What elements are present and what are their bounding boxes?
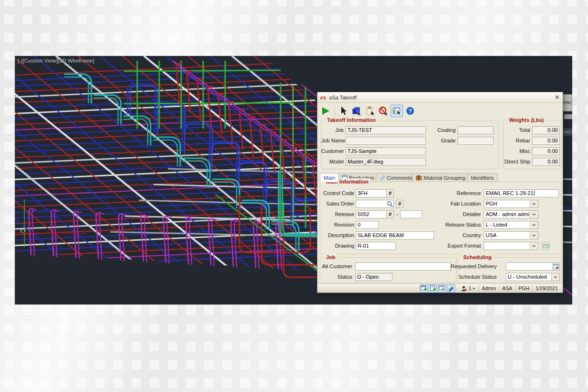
coating-field[interactable] <box>457 126 494 134</box>
statusbar-date: 1/29/2021 <box>532 285 561 292</box>
cursor-icon <box>338 106 348 116</box>
search-icon[interactable] <box>387 201 393 207</box>
tab-material-grouping-label: Material Grouping <box>424 175 465 181</box>
sales-order-number-button[interactable]: # <box>396 200 403 208</box>
window-plus-icon <box>421 285 427 292</box>
dialog-statusbar: 1 ▼ Admin ASA PGH 1/29/2021 <box>317 283 563 293</box>
export-format-label: Export Format <box>441 242 481 250</box>
schedule-status-label: Schedule Status <box>447 273 497 281</box>
note-icon <box>380 175 385 180</box>
copy-takeoff-button[interactable] <box>350 105 363 117</box>
job-name-label: Job Name <box>321 137 344 145</box>
release-label: Release <box>321 210 354 218</box>
control-code-field[interactable]: 3FH <box>356 189 387 197</box>
detailer-value: ADM - admin admin <box>486 211 529 218</box>
customer-field[interactable]: TJS-Sample <box>346 147 426 155</box>
asa-takeoff-dialog: ex aSa Takeoff ✕ <box>317 92 563 293</box>
description-field[interactable]: SLAB EDGE BEAM <box>356 231 434 240</box>
grade-field[interactable] <box>457 137 494 145</box>
books-icon <box>416 175 422 180</box>
reference-field[interactable]: EMAIL REC 1-29-21 <box>484 189 559 197</box>
chevron-down-icon[interactable] <box>530 200 538 207</box>
job-field[interactable]: TJS-TEST <box>346 126 426 134</box>
export-format-combo[interactable] <box>484 242 538 250</box>
release-field[interactable]: 5052 <box>356 210 387 218</box>
run-takeoff-button[interactable] <box>319 105 332 117</box>
select-mode-button[interactable] <box>337 105 349 117</box>
chevron-down-icon[interactable] <box>530 242 538 250</box>
rebar-field: 0.00 <box>532 137 560 145</box>
country-value: USA <box>486 232 529 239</box>
tab-identifiers[interactable]: Identifiers <box>467 173 498 182</box>
help-button[interactable]: ? <box>404 105 416 117</box>
country-label: Country <box>441 231 481 240</box>
job-caption: Job <box>324 254 338 261</box>
model-field[interactable]: Master_4F.dwg <box>346 158 426 166</box>
rebar-label: Rebar <box>503 137 530 145</box>
cancel-takeoff-button[interactable] <box>377 105 390 117</box>
misc-field: 0.00 <box>532 147 560 155</box>
new-page-button[interactable] <box>429 284 437 293</box>
tab-comments[interactable]: Comments <box>376 173 416 182</box>
viewcube-base <box>564 114 572 119</box>
schedule-status-combo[interactable]: U - Unscheduled <box>506 273 560 281</box>
user-count: 1 <box>468 285 471 291</box>
job-name-field[interactable] <box>346 137 426 145</box>
window-arrow-icon <box>439 285 445 292</box>
job-label: Job <box>321 126 344 134</box>
calendar-icon[interactable] <box>553 263 559 270</box>
statusbar-user: Admin <box>479 285 499 292</box>
dialog-title: aSa Takeoff <box>329 95 357 100</box>
release-suffix-field[interactable] <box>400 210 422 218</box>
release-status-label: Release Status <box>441 221 481 229</box>
control-code-label: Control Code <box>321 189 354 197</box>
release-status-value: L - Listed <box>486 221 529 229</box>
reports-button[interactable] <box>447 284 455 293</box>
alt-customer-field[interactable] <box>355 262 451 271</box>
copy-icon <box>351 106 362 116</box>
statusbar-location: PGH <box>515 285 533 292</box>
tab-main[interactable]: Main <box>320 173 339 182</box>
clipboard-icon <box>365 106 375 116</box>
country-combo[interactable]: USA <box>484 231 538 240</box>
weights-caption: Weights (Lbs) <box>507 117 546 123</box>
new-takeoff-window-button[interactable] <box>420 284 428 293</box>
active-users-indicator[interactable]: 1 ▼ <box>461 285 476 292</box>
chevron-down-icon[interactable] <box>530 232 538 239</box>
chevron-down-icon[interactable] <box>530 221 538 229</box>
fab-location-label: Fab Location <box>441 200 481 208</box>
tab-comments-label: Comments <box>387 175 412 181</box>
chevron-down-icon[interactable] <box>530 211 538 218</box>
user-icon <box>461 285 468 292</box>
takeoff-sheet-icon <box>392 106 402 116</box>
detailer-label: Detailer <box>441 210 481 218</box>
total-label: Total <box>503 126 530 134</box>
takeoff-information-caption: Takeoff Information <box>325 117 378 123</box>
revision-label: Revision <box>321 221 354 229</box>
email-export-button[interactable] <box>542 242 550 250</box>
requested-delivery-field[interactable] <box>506 262 560 271</box>
release-number-button[interactable]: # <box>386 210 394 218</box>
revision-field[interactable]: 0 <box>356 221 379 229</box>
release-status-combo[interactable]: L - Listed <box>484 221 538 229</box>
fab-location-combo[interactable]: PGH <box>484 200 538 208</box>
paste-takeoff-button[interactable] <box>364 105 376 117</box>
drawing-field[interactable]: R-01 <box>356 242 396 250</box>
takeoff-sheet-button[interactable] <box>391 105 403 117</box>
viewcube[interactable]: FRO <box>562 94 572 111</box>
toolbar-separator <box>335 106 335 116</box>
scheduling-caption: Scheduling <box>461 254 493 261</box>
help-icon: ? <box>405 106 415 116</box>
dialog-titlebar[interactable]: ex aSa Takeoff ✕ <box>317 92 563 103</box>
viewport-controls-label[interactable]: [-][Custom View][2D Wireframe] <box>18 58 94 64</box>
wcs-dropdown[interactable]: WCS <box>563 128 572 136</box>
schedule-status-value: U - Unscheduled <box>508 273 551 281</box>
tab-material-grouping[interactable]: Material Grouping <box>412 173 469 182</box>
chevron-down-icon[interactable] <box>551 273 559 281</box>
svg-text:?: ? <box>409 108 412 114</box>
import-window-button[interactable] <box>438 284 446 293</box>
play-icon <box>321 106 330 116</box>
detailer-combo[interactable]: ADM - admin admin <box>484 210 538 218</box>
close-icon[interactable]: ✕ <box>555 94 560 100</box>
control-code-number-button[interactable]: # <box>386 189 394 197</box>
